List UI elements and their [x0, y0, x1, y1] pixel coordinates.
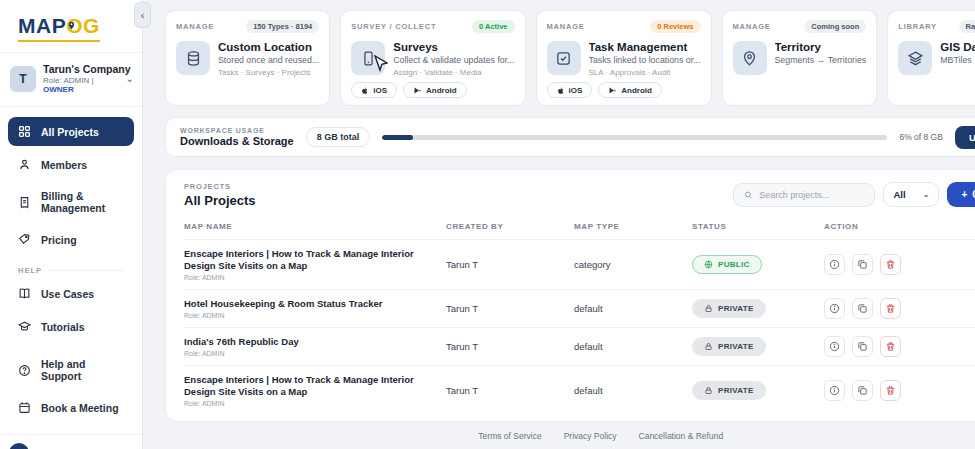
- table-row[interactable]: Enscape Interiors | How to Track & Manag…: [184, 366, 975, 415]
- card-label: SURVEY / COLLECT: [351, 22, 436, 31]
- book-icon: [17, 286, 32, 301]
- card-territory[interactable]: MANAGE Coming soon Territory Segments → …: [722, 10, 878, 106]
- sidebar-item-use-cases[interactable]: Use Cases: [8, 279, 134, 308]
- card-tags: Tasks · Surveys · Projects: [218, 68, 319, 77]
- map-role: Role: ADMIN: [184, 350, 432, 357]
- projects-title: All Projects: [184, 193, 256, 208]
- sidebar-item-members[interactable]: Members: [8, 150, 134, 179]
- duplicate-button[interactable]: [852, 380, 873, 401]
- filter-select[interactable]: All ⌄: [883, 182, 939, 207]
- row-actions: [824, 254, 975, 275]
- footer-link-terms[interactable]: Terms of Service: [478, 431, 541, 441]
- status-badge: PRIVATE: [692, 299, 766, 318]
- status-badge: PRIVATE: [692, 337, 766, 356]
- nav-label: Help and Support: [41, 358, 125, 382]
- card-app-buttons: iOS Android: [351, 82, 466, 98]
- user-avatar: T: [9, 443, 29, 449]
- ios-label: iOS: [373, 86, 387, 95]
- nav-label: Tutorials: [41, 321, 85, 333]
- table-row[interactable]: India's 76th Republic Day Role: ADMIN Ta…: [184, 328, 975, 366]
- copy-icon: [857, 341, 868, 352]
- table-row[interactable]: Enscape Interiors | How to Track & Manag…: [184, 240, 975, 290]
- status-label: PUBLIC: [718, 260, 750, 269]
- duplicate-button[interactable]: [852, 336, 873, 357]
- feature-cards: MANAGE 150 Types · 8194 Custom Location …: [165, 10, 975, 106]
- plus-icon: +: [961, 189, 967, 200]
- card-subtitle: Stored once and reused...: [218, 55, 319, 65]
- card-texts: Task Management Tasks linked to location…: [589, 41, 701, 77]
- duplicate-button[interactable]: [852, 298, 873, 319]
- globe-icon: [704, 260, 713, 269]
- trash-icon: [885, 341, 896, 352]
- info-button[interactable]: [824, 298, 845, 319]
- price-tag-icon: [17, 232, 32, 247]
- card-label: MANAGE: [547, 22, 585, 31]
- projects-label: PROJECTS: [184, 182, 256, 191]
- question-circle-icon: [17, 363, 32, 378]
- usage-progress-fill: [382, 135, 412, 140]
- sidebar-user[interactable]: T Tarun T: [0, 434, 142, 449]
- projects-header: PROJECTS All Projects All ⌄ + Create: [184, 182, 975, 208]
- sidebar-collapse-button[interactable]: ‹: [134, 2, 151, 28]
- row-actions: [824, 336, 975, 357]
- lock-icon: [704, 304, 713, 313]
- search-input[interactable]: [759, 190, 864, 200]
- card-custom-location[interactable]: MANAGE 150 Types · 8194 Custom Location …: [165, 10, 330, 106]
- card-title: Custom Location: [218, 41, 319, 53]
- delete-button[interactable]: [880, 336, 901, 357]
- filter-value: All: [893, 189, 905, 200]
- company-selector[interactable]: T Tarun's Company Role: ADMIN | OWNER ⌄: [0, 53, 142, 107]
- card-subtitle: Tasks linked to locations or...: [589, 55, 701, 65]
- projects-table: MAP NAME CREATED BY MAP TYPE STATUS ACTI…: [184, 218, 975, 415]
- search-box[interactable]: [733, 183, 875, 207]
- info-button[interactable]: [824, 336, 845, 357]
- info-button[interactable]: [824, 380, 845, 401]
- upgrade-button[interactable]: Upgrade: [955, 126, 975, 149]
- delete-button[interactable]: [880, 380, 901, 401]
- ios-button[interactable]: iOS: [351, 82, 397, 98]
- android-button[interactable]: Android: [598, 82, 662, 98]
- card-task-management[interactable]: MANAGE 0 Reviews Task Management Tasks l…: [536, 10, 712, 106]
- map-role: Role: ADMIN: [184, 312, 432, 319]
- created-by-cell: Tarun T: [446, 259, 574, 270]
- card-surveys[interactable]: SURVEY / COLLECT 0 Active Surveys Collec…: [340, 10, 525, 106]
- card-badge: 0 Reviews: [650, 20, 700, 33]
- sidebar-item-all-projects[interactable]: All Projects: [8, 117, 134, 146]
- footer-link-privacy[interactable]: Privacy Policy: [564, 431, 617, 441]
- map-name: Enscape Interiors | How to Track & Manag…: [184, 248, 432, 272]
- apple-icon: [557, 86, 565, 95]
- card-label: MANAGE: [733, 22, 771, 31]
- sidebar-item-tutorials[interactable]: Tutorials: [8, 312, 134, 341]
- action-cell: [824, 336, 975, 357]
- card-header: SURVEY / COLLECT 0 Active: [351, 20, 514, 33]
- card-body: Task Management Tasks linked to location…: [547, 41, 701, 77]
- sidebar-item-billing[interactable]: Billing & Management: [8, 183, 134, 221]
- sidebar-item-pricing[interactable]: Pricing: [8, 225, 134, 254]
- table-row[interactable]: Hotel Housekeeping & Room Status Tracker…: [184, 290, 975, 328]
- card-header: LIBRARY Raster · Vector: [898, 20, 975, 33]
- info-icon: [829, 259, 840, 270]
- delete-button[interactable]: [880, 298, 901, 319]
- card-gis-data[interactable]: LIBRARY Raster · Vector GIS Data MBTiles…: [887, 10, 975, 106]
- map-name: Hotel Housekeeping & Room Status Tracker: [184, 298, 432, 310]
- delete-button[interactable]: [880, 254, 901, 275]
- card-body: Territory Segments → Territories: [733, 41, 867, 75]
- sidebar-item-book-meeting[interactable]: Book a Meeting: [8, 393, 134, 422]
- sidebar-item-help-support[interactable]: Help and Support: [8, 351, 134, 389]
- info-button[interactable]: [824, 254, 845, 275]
- create-button[interactable]: + Create: [947, 182, 975, 207]
- sidebar: MAPOG ‹ T Tarun's Company Role: ADMIN | …: [0, 0, 143, 449]
- trash-icon: [885, 303, 896, 314]
- copy-icon: [857, 259, 868, 270]
- card-title: Surveys: [393, 41, 514, 53]
- company-avatar: T: [10, 66, 36, 92]
- workspace-usage-panel: WORKSPACE USAGE Downloads & Storage 8 GB…: [165, 117, 975, 157]
- map-type-cell: category: [574, 259, 692, 270]
- android-button[interactable]: Android: [403, 82, 467, 98]
- map-name-cell: India's 76th Republic Day Role: ADMIN: [184, 336, 446, 357]
- nav-label: All Projects: [41, 126, 99, 138]
- footer-link-cancellation[interactable]: Cancellation & Refund: [639, 431, 724, 441]
- duplicate-button[interactable]: [852, 254, 873, 275]
- ios-button[interactable]: iOS: [547, 82, 593, 98]
- sidebar-bottom-nav: Help and Support Book a Meeting: [0, 345, 142, 430]
